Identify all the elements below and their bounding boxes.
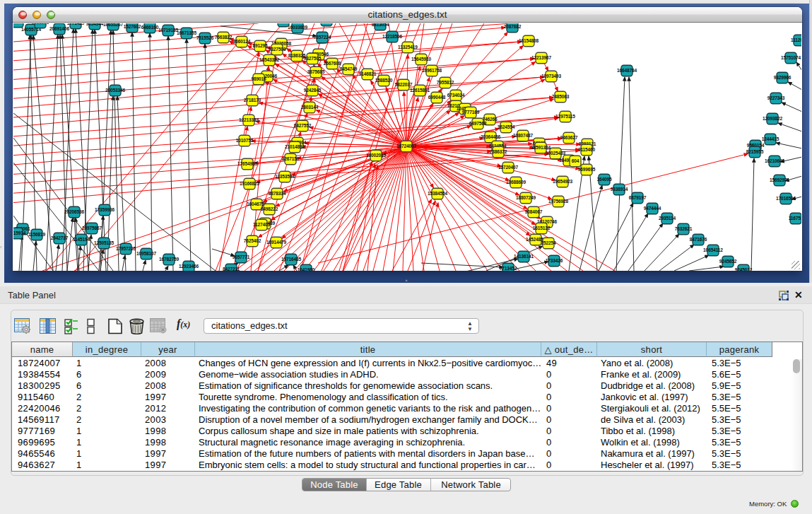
svg-text:11325419: 11325419 <box>398 45 418 49</box>
svg-text:16210643: 16210643 <box>765 158 785 163</box>
svg-text:2935114: 2935114 <box>659 216 676 221</box>
svg-text:2087682: 2087682 <box>504 24 522 29</box>
svg-text:15692971: 15692971 <box>770 177 790 182</box>
svg-text:18724007: 18724007 <box>396 144 417 148</box>
svg-text:16033809: 16033809 <box>288 25 308 30</box>
svg-text:7955812: 7955812 <box>437 80 454 85</box>
svg-text:5822037: 5822037 <box>395 82 413 87</box>
svg-text:8878334: 8878334 <box>269 191 286 196</box>
svg-text:1244415: 1244415 <box>762 136 779 141</box>
svg-text:9777169: 9777169 <box>462 110 480 115</box>
svg-text:14136141: 14136141 <box>514 254 534 259</box>
svg-text:1733426: 1733426 <box>546 258 563 263</box>
svg-text:8813054: 8813054 <box>372 23 389 27</box>
svg-text:19654923: 19654923 <box>553 179 573 184</box>
svg-text:20975867: 20975867 <box>82 226 102 230</box>
svg-text:12505135: 12505135 <box>94 240 114 245</box>
svg-text:15384554: 15384554 <box>428 191 448 196</box>
svg-text:6498222: 6498222 <box>261 206 278 211</box>
svg-text:9245012: 9245012 <box>735 267 753 271</box>
svg-text:17359936: 17359936 <box>95 207 115 212</box>
svg-text:11353594: 11353594 <box>275 174 295 179</box>
svg-text:9657771: 9657771 <box>233 255 250 259</box>
svg-text:19756928: 19756928 <box>548 199 569 204</box>
svg-text:12975115: 12975115 <box>555 114 575 119</box>
svg-text:6734024: 6734024 <box>447 93 465 98</box>
svg-text:1156819: 1156819 <box>28 232 46 237</box>
svg-text:10655267: 10655267 <box>103 23 124 27</box>
svg-text:9115460: 9115460 <box>578 147 596 152</box>
svg-text:15751074: 15751074 <box>781 55 801 60</box>
svg-text:9245652: 9245652 <box>719 259 737 264</box>
svg-text:6990448: 6990448 <box>428 95 446 100</box>
svg-text:10688609: 10688609 <box>506 180 526 185</box>
svg-text:8471676: 8471676 <box>690 237 707 242</box>
svg-text:8427552: 8427552 <box>294 123 312 128</box>
svg-text:6466160: 6466160 <box>141 25 159 30</box>
svg-text:12213383: 12213383 <box>239 117 259 122</box>
svg-text:9227343: 9227343 <box>767 95 785 100</box>
svg-text:2942737: 2942737 <box>51 235 69 240</box>
svg-text:10961758: 10961758 <box>422 68 442 73</box>
svg-text:10719185: 10719185 <box>158 28 179 33</box>
svg-text:8215955: 8215955 <box>746 149 764 154</box>
svg-text:9146821: 9146821 <box>359 71 377 76</box>
svg-text:9463627: 9463627 <box>560 135 578 140</box>
svg-text:13002015: 13002015 <box>366 153 387 158</box>
svg-text:7386372: 7386372 <box>490 149 507 154</box>
svg-text:16648784: 16648784 <box>617 68 637 73</box>
svg-text:6879197: 6879197 <box>629 195 647 200</box>
svg-text:10973493: 10973493 <box>541 74 562 78</box>
svg-text:20206536: 20206536 <box>64 209 85 214</box>
svg-text:9327503: 9327503 <box>269 47 286 52</box>
svg-text:1615132: 1615132 <box>533 226 551 230</box>
svg-text:12093822: 12093822 <box>763 116 783 121</box>
svg-text:7663822: 7663822 <box>215 35 233 40</box>
svg-text:7357224: 7357224 <box>314 35 331 40</box>
svg-text:12923466: 12923466 <box>179 264 199 269</box>
svg-text:1127403: 1127403 <box>253 222 271 227</box>
svg-text:1771429: 1771429 <box>67 23 85 25</box>
svg-text:116753: 116753 <box>789 216 801 221</box>
svg-text:3915914: 3915914 <box>13 230 26 235</box>
svg-text:18807249: 18807249 <box>516 195 536 200</box>
svg-text:20053346: 20053346 <box>105 88 126 93</box>
svg-text:9651693: 9651693 <box>32 23 49 25</box>
svg-text:9329966: 9329966 <box>774 75 792 80</box>
svg-text:16671355: 16671355 <box>177 30 197 35</box>
svg-text:9474444: 9474444 <box>644 206 661 211</box>
svg-text:2803144: 2803144 <box>301 105 319 110</box>
svg-text:7485063: 7485063 <box>552 94 570 99</box>
svg-text:12615891: 12615891 <box>410 88 430 93</box>
svg-text:18591384: 18591384 <box>531 145 551 150</box>
svg-text:891295: 891295 <box>252 43 268 48</box>
svg-text:1527602: 1527602 <box>124 24 141 29</box>
svg-text:12213967: 12213967 <box>531 55 552 60</box>
svg-text:1588520: 1588520 <box>375 78 393 83</box>
svg-text:21014892: 21014892 <box>285 144 305 149</box>
svg-text:1010755: 1010755 <box>236 138 254 143</box>
svg-text:17957225: 17957225 <box>116 246 136 251</box>
svg-text:20364486: 20364486 <box>481 134 501 139</box>
svg-text:164095: 164095 <box>596 177 612 182</box>
svg-text:1112053: 1112053 <box>791 37 801 42</box>
svg-text:7625402: 7625402 <box>244 238 261 243</box>
svg-text:17016504: 17016504 <box>776 196 796 201</box>
svg-text:16154808: 16154808 <box>519 38 539 43</box>
svg-text:9242845: 9242845 <box>304 88 322 93</box>
svg-text:252254: 252254 <box>541 240 556 245</box>
svg-text:15645910: 15645910 <box>411 57 432 62</box>
svg-text:7632621: 7632621 <box>675 226 693 231</box>
svg-text:10025433: 10025433 <box>546 151 566 156</box>
svg-text:604: 604 <box>572 158 579 163</box>
svg-text:19716485: 19716485 <box>281 257 302 262</box>
svg-text:12218506: 12218506 <box>382 34 403 39</box>
svg-text:15720407: 15720407 <box>498 165 519 170</box>
svg-text:16543382: 16543382 <box>259 57 280 62</box>
svg-text:10958107: 10958107 <box>136 251 157 256</box>
svg-text:8660124: 8660124 <box>233 39 251 44</box>
svg-text:19166825: 19166825 <box>240 181 260 186</box>
svg-text:17654985: 17654985 <box>237 161 258 166</box>
svg-text:1145194: 1145194 <box>73 237 90 242</box>
svg-text:2718170: 2718170 <box>244 98 261 103</box>
